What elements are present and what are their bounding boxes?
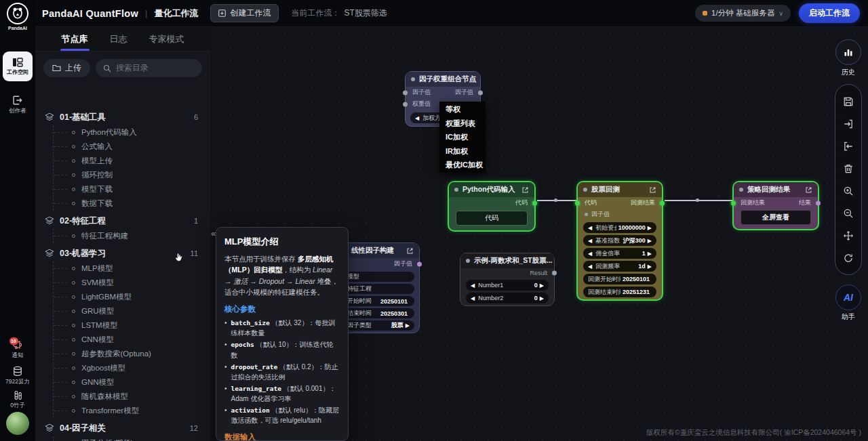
server-selector[interactable]: 1/分钟 基础服务器 ∨ — [695, 5, 791, 22]
bullet-icon — [72, 324, 75, 327]
field-feature-engineering[interactable]: 特征工程 — [342, 284, 414, 294]
left-rail: PandaAI 工作空间 创作者 10 通知 7922算力 0竹子 — [0, 0, 35, 441]
plus-square-icon — [218, 9, 226, 17]
export-button[interactable] — [837, 112, 860, 135]
input-port[interactable] — [575, 201, 580, 205]
history-button[interactable] — [835, 39, 861, 65]
edit-icon[interactable] — [805, 186, 812, 194]
tree-item[interactable]: Xgboost模型 — [54, 361, 203, 375]
field-end-time[interactable]: 结束时间20250301 — [342, 308, 414, 318]
tree-item[interactable]: 特征工程构建 — [54, 229, 203, 243]
create-workflow-button[interactable]: 创建工作流 — [210, 4, 279, 22]
sidebar-item-workspace[interactable]: 工作空间 — [3, 51, 33, 81]
tree-item[interactable]: 因子分析(期货) — [54, 436, 203, 441]
search-input[interactable]: 搜索目录 — [96, 59, 202, 77]
field-number1[interactable]: ◀Number10▶ — [466, 280, 549, 291]
bamboo-points-button[interactable]: 0竹子 — [0, 390, 35, 410]
node-status-dot — [466, 259, 470, 263]
tab-logs[interactable]: 日志 — [108, 28, 129, 51]
arrow-right-icon[interactable]: ▶ — [406, 322, 410, 329]
node-stock-backtest[interactable]: 股票回测 代码 回测结果 因子值 ◀初始资金10000000▶ ◀基准指数沪深3… — [576, 181, 663, 301]
input-port[interactable] — [403, 90, 408, 95]
tree-item[interactable]: Python代码输入 — [54, 125, 203, 140]
arrow-left-icon[interactable]: ◀ — [415, 115, 419, 121]
node-linear-factor-builder[interactable]: 线性因子构建 因子值 模型 特征工程 开始时间20250101 结束时间2025… — [337, 243, 420, 333]
code-input-box[interactable]: 代码 — [456, 211, 528, 226]
tree-item[interactable]: 模型上传 — [54, 154, 203, 168]
output-port[interactable] — [478, 90, 483, 95]
zoom-in-button[interactable] — [837, 180, 860, 202]
input-port[interactable] — [731, 201, 736, 205]
param-bullet: epochs （默认 10）：训练迭代轮数 — [224, 339, 340, 360]
field-model[interactable]: 模型 — [342, 272, 414, 282]
field-start-time[interactable]: 开始时间20250101 — [342, 296, 414, 306]
tab-expert-mode[interactable]: 专家模式 — [148, 28, 186, 51]
node-example-sum[interactable]: 示例-两数求和_ST股票... Result ◀Number10▶ ◀Numbe… — [460, 253, 555, 306]
tree-item[interactable]: Transformer模型 — [54, 404, 203, 418]
field-benchmark-index[interactable]: ◀基准指数沪深300▶ — [583, 235, 656, 246]
field-backtest-end-time[interactable]: 回测结束时间20251231 — [583, 287, 656, 297]
pan-move-button[interactable] — [837, 224, 860, 247]
tree-item[interactable]: 循环控制 — [54, 168, 203, 182]
node-strategy-backtest-result[interactable]: 策略回测结果 回测结果 结果 全屏查看 — [732, 181, 819, 230]
field-backtest-frequency[interactable]: ◀回测频率1d▶ — [583, 261, 656, 272]
output-port[interactable] — [552, 271, 557, 276]
tree-item[interactable]: GNN模型 — [54, 375, 203, 390]
zoom-out-button[interactable] — [837, 202, 860, 224]
tree-item[interactable]: GRU模型 — [54, 304, 203, 318]
weight-mode-dropdown-menu: 等权权重列表IC加权IR加权最优IC加权 — [439, 102, 486, 173]
edit-icon[interactable] — [406, 247, 414, 255]
tree-item[interactable]: MLP模型 — [54, 261, 203, 276]
output-port[interactable] — [532, 201, 537, 205]
tree-item[interactable]: LSTM模型 — [54, 318, 203, 333]
start-workflow-button[interactable]: 启动工作流 — [799, 3, 860, 23]
tab-node-library[interactable]: 节点库 — [60, 28, 90, 51]
ai-assistant-button[interactable]: AI — [835, 285, 861, 310]
tree-item[interactable]: LightGBM模型 — [54, 290, 203, 304]
field-factor-type[interactable]: 因子类型股票▶ — [342, 320, 414, 331]
edit-icon[interactable] — [649, 186, 656, 194]
user-avatar[interactable] — [6, 412, 29, 435]
tree-item[interactable]: 超参数搜索(Optuna) — [54, 347, 203, 361]
fullscreen-view-button[interactable]: 全屏查看 — [741, 210, 811, 225]
import-button[interactable] — [837, 135, 860, 157]
menu-item[interactable]: 权重列表 — [439, 117, 486, 131]
tree-item[interactable]: 数据下载 — [54, 196, 203, 211]
save-button[interactable] — [837, 90, 860, 112]
tree-section-basic-tools[interactable]: 01-基础工具 6 — [45, 109, 203, 125]
sidebar-item-creator[interactable]: 创作者 — [0, 95, 35, 115]
edit-icon[interactable] — [521, 186, 529, 194]
stack-icon — [45, 216, 54, 226]
menu-item[interactable]: IR加权 — [439, 144, 486, 159]
menu-item[interactable]: IC加权 — [439, 130, 486, 144]
tree-item[interactable]: SVM模型 — [54, 276, 203, 290]
tree-section-feature-engineering[interactable]: 02-特征工程 1 — [45, 213, 203, 229]
reset-view-button[interactable] — [837, 247, 860, 269]
input-port[interactable] — [403, 102, 408, 106]
notifications-button[interactable]: 10 通知 — [0, 340, 35, 360]
search-placeholder: 搜索目录 — [116, 62, 149, 74]
tree-item[interactable]: 公式输入 — [54, 140, 203, 154]
bullet-icon — [72, 409, 75, 413]
output-port[interactable] — [660, 201, 665, 205]
field-initial-capital[interactable]: ◀初始资金10000000▶ — [583, 222, 656, 233]
field-backtest-start-time[interactable]: 回测开始时间20250101 — [583, 274, 656, 285]
logo[interactable]: PandaAI — [0, 3, 35, 30]
tree-section-factor-related[interactable]: 04-因子相关 12 — [45, 420, 203, 436]
tree-item[interactable]: CNN模型 — [54, 333, 203, 347]
upload-button[interactable]: 上传 — [43, 59, 90, 77]
menu-item[interactable]: 等权 — [439, 102, 486, 117]
field-commission-rate[interactable]: ◀佣金倍率1▶ — [583, 248, 656, 259]
tree-item[interactable]: 模型下载 — [54, 182, 203, 196]
right-toolbar: 历史 AI 助手 — [831, 39, 865, 329]
tree-item[interactable]: 随机森林模型 — [54, 390, 203, 404]
core-params-heading: 核心参数 — [224, 304, 340, 314]
compute-power-button[interactable]: 7922算力 — [0, 366, 35, 386]
node-python-code-input[interactable]: Python代码输入 代码 代码 — [448, 181, 536, 232]
menu-item[interactable]: 最优IC加权 — [439, 158, 486, 172]
delete-button[interactable] — [837, 157, 860, 180]
output-port[interactable] — [816, 201, 821, 205]
output-port[interactable] — [417, 261, 422, 266]
field-number2[interactable]: ◀Number20▶ — [466, 293, 549, 303]
creator-icon — [12, 95, 23, 106]
